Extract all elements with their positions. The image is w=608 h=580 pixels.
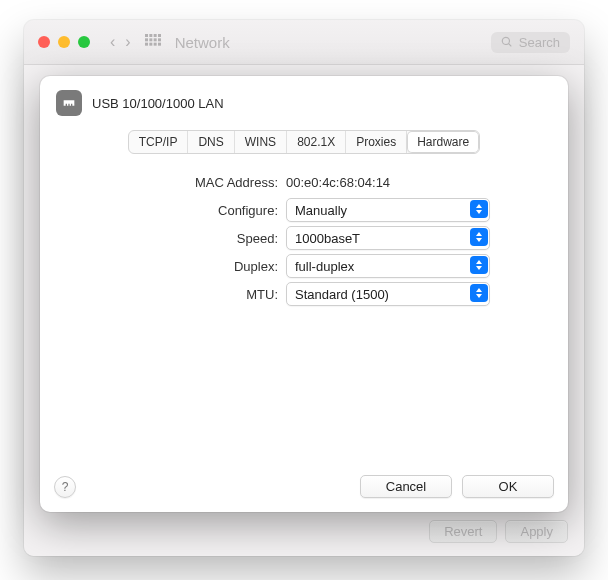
duplex-select[interactable]: full-duplex bbox=[286, 254, 490, 278]
configure-select[interactable]: Manually bbox=[286, 198, 490, 222]
tab-proxies[interactable]: Proxies bbox=[346, 131, 407, 153]
titlebar: ‹ › Network Search bbox=[24, 20, 584, 65]
show-all-icon[interactable] bbox=[145, 34, 161, 50]
svg-rect-9 bbox=[149, 43, 152, 46]
speed-select[interactable]: 1000baseT bbox=[286, 226, 490, 250]
hardware-form: MAC Address: 00:e0:4c:68:04:14 Configure… bbox=[40, 162, 568, 308]
search-icon bbox=[501, 36, 513, 48]
tab-hardware[interactable]: Hardware bbox=[407, 131, 479, 153]
svg-rect-10 bbox=[153, 43, 156, 46]
revert-button: Revert bbox=[429, 520, 497, 543]
svg-rect-2 bbox=[153, 34, 156, 37]
nav-arrows: ‹ › bbox=[110, 33, 131, 51]
svg-rect-7 bbox=[158, 38, 161, 41]
back-button[interactable]: ‹ bbox=[110, 33, 115, 51]
tab-wins[interactable]: WINS bbox=[235, 131, 287, 153]
tab-bar: TCP/IP DNS WINS 802.1X Proxies Hardware bbox=[128, 130, 480, 154]
help-button[interactable]: ? bbox=[54, 476, 76, 498]
ethernet-icon bbox=[56, 90, 82, 116]
tab-8021x[interactable]: 802.1X bbox=[287, 131, 346, 153]
chevron-updown-icon bbox=[470, 200, 488, 218]
chevron-updown-icon bbox=[470, 228, 488, 246]
ok-button[interactable]: OK bbox=[462, 475, 554, 498]
window-controls bbox=[38, 36, 90, 48]
configure-value: Manually bbox=[295, 203, 347, 218]
mac-address-label: MAC Address: bbox=[40, 175, 286, 190]
minimize-window-button[interactable] bbox=[58, 36, 70, 48]
svg-rect-8 bbox=[145, 43, 148, 46]
svg-rect-11 bbox=[158, 43, 161, 46]
cancel-button[interactable]: Cancel bbox=[360, 475, 452, 498]
interface-name: USB 10/100/1000 LAN bbox=[92, 96, 224, 111]
network-advanced-sheet: USB 10/100/1000 LAN TCP/IP DNS WINS 802.… bbox=[40, 76, 568, 512]
configure-label: Configure: bbox=[40, 203, 286, 218]
forward-button[interactable]: › bbox=[125, 33, 130, 51]
svg-rect-5 bbox=[149, 38, 152, 41]
svg-rect-4 bbox=[145, 38, 148, 41]
window-title: Network bbox=[175, 34, 230, 51]
mtu-value: Standard (1500) bbox=[295, 287, 389, 302]
speed-label: Speed: bbox=[40, 231, 286, 246]
apply-button: Apply bbox=[505, 520, 568, 543]
search-field[interactable]: Search bbox=[491, 32, 570, 53]
chevron-updown-icon bbox=[470, 284, 488, 302]
zoom-window-button[interactable] bbox=[78, 36, 90, 48]
svg-rect-0 bbox=[145, 34, 148, 37]
mtu-label: MTU: bbox=[40, 287, 286, 302]
speed-value: 1000baseT bbox=[295, 231, 360, 246]
tab-tcpip[interactable]: TCP/IP bbox=[129, 131, 189, 153]
duplex-label: Duplex: bbox=[40, 259, 286, 274]
close-window-button[interactable] bbox=[38, 36, 50, 48]
svg-rect-6 bbox=[153, 38, 156, 41]
duplex-value: full-duplex bbox=[295, 259, 354, 274]
search-placeholder: Search bbox=[519, 35, 560, 50]
mtu-select[interactable]: Standard (1500) bbox=[286, 282, 490, 306]
svg-rect-3 bbox=[158, 34, 161, 37]
svg-rect-1 bbox=[149, 34, 152, 37]
tab-dns[interactable]: DNS bbox=[188, 131, 234, 153]
mac-address-value: 00:e0:4c:68:04:14 bbox=[286, 175, 390, 190]
chevron-updown-icon bbox=[470, 256, 488, 274]
